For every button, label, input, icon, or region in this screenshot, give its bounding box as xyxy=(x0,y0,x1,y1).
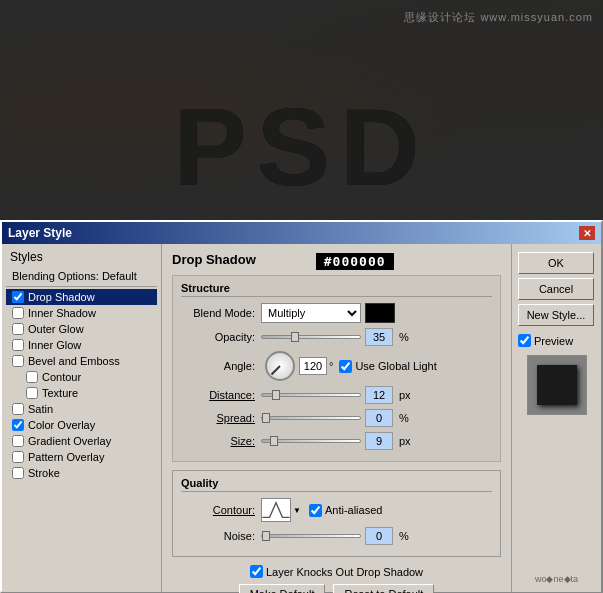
angle-label: Angle: xyxy=(181,360,261,372)
preview-checkbox[interactable] xyxy=(518,334,531,347)
inner-shadow-label: Inner Shadow xyxy=(28,307,96,319)
angle-line xyxy=(271,365,281,375)
knockout-checkbox[interactable] xyxy=(250,565,263,578)
spread-slider-container: 0 % xyxy=(261,409,409,427)
inner-glow-label: Inner Glow xyxy=(28,339,81,351)
preview-inner xyxy=(537,365,577,405)
styles-divider xyxy=(6,286,157,287)
color-hex-badge: #000000 xyxy=(316,253,394,270)
noise-slider-track[interactable] xyxy=(261,534,361,538)
angle-value-input[interactable] xyxy=(299,357,327,375)
style-item-inner-glow[interactable]: Inner Glow xyxy=(6,337,157,353)
inner-glow-checkbox[interactable] xyxy=(12,339,24,351)
global-light-checkbox[interactable] xyxy=(339,360,352,373)
title-bar: Layer Style ✕ xyxy=(2,222,601,244)
satin-label: Satin xyxy=(28,403,53,415)
bevel-emboss-checkbox[interactable] xyxy=(12,355,24,367)
global-light-text: Use Global Light xyxy=(355,360,436,372)
size-unit: px xyxy=(399,435,411,447)
contour-preview[interactable] xyxy=(261,498,291,522)
inner-shadow-checkbox[interactable] xyxy=(12,307,24,319)
opacity-slider-container: 35 % xyxy=(261,328,409,346)
style-item-gradient-overlay[interactable]: Gradient Overlay xyxy=(6,433,157,449)
stroke-checkbox[interactable] xyxy=(12,467,24,479)
distance-slider-container: 12 px xyxy=(261,386,411,404)
angle-dial[interactable] xyxy=(265,351,295,381)
distance-slider-track[interactable] xyxy=(261,393,361,397)
style-item-color-overlay[interactable]: Color Overlay xyxy=(6,417,157,433)
cancel-button[interactable]: Cancel xyxy=(518,278,594,300)
drop-shadow-checkbox[interactable] xyxy=(12,291,24,303)
structure-title: Structure xyxy=(181,282,492,297)
distance-row: Distance: 12 px xyxy=(181,386,492,404)
spread-slider-track[interactable] xyxy=(261,416,361,420)
noise-value[interactable]: 0 xyxy=(365,527,393,545)
close-button[interactable]: ✕ xyxy=(579,226,595,240)
contour-label: Contour xyxy=(42,371,81,383)
contour-checkbox[interactable] xyxy=(26,371,38,383)
contour-dropdown-arrow[interactable]: ▼ xyxy=(293,506,301,515)
opacity-row: Opacity: 35 % xyxy=(181,328,492,346)
style-item-inner-shadow[interactable]: Inner Shadow xyxy=(6,305,157,321)
outer-glow-checkbox[interactable] xyxy=(12,323,24,335)
opacity-slider-thumb[interactable] xyxy=(291,332,299,342)
style-item-satin[interactable]: Satin xyxy=(6,401,157,417)
noise-unit: % xyxy=(399,530,409,542)
satin-checkbox[interactable] xyxy=(12,403,24,415)
reset-default-button[interactable]: Reset to Default xyxy=(333,584,434,593)
style-item-drop-shadow[interactable]: Drop Shadow xyxy=(6,289,157,305)
noise-label: Noise: xyxy=(181,530,261,542)
anti-aliased-checkbox[interactable] xyxy=(309,504,322,517)
contour-row: Contour: ▼ Anti-aliased xyxy=(181,498,492,522)
style-item-stroke[interactable]: Stroke xyxy=(6,465,157,481)
spread-slider-thumb[interactable] xyxy=(262,413,270,423)
style-item-contour[interactable]: Contour xyxy=(6,369,157,385)
noise-slider-thumb[interactable] xyxy=(262,531,270,541)
ok-button[interactable]: OK xyxy=(518,252,594,274)
spread-value[interactable]: 0 xyxy=(365,409,393,427)
spread-row: Spread: 0 % xyxy=(181,409,492,427)
make-default-button[interactable]: Make Default xyxy=(239,584,326,593)
anti-aliased-label[interactable]: Anti-aliased xyxy=(309,504,382,517)
dialog-title: Layer Style xyxy=(8,226,72,240)
style-item-outer-glow[interactable]: Outer Glow xyxy=(6,321,157,337)
distance-value[interactable]: 12 xyxy=(365,386,393,404)
blending-options-label: Blending Options: Default xyxy=(12,270,137,282)
anti-aliased-text: Anti-aliased xyxy=(325,504,382,516)
distance-slider-thumb[interactable] xyxy=(272,390,280,400)
spread-label: Spread: xyxy=(181,412,261,424)
blending-options-item[interactable]: Blending Options: Default xyxy=(6,268,157,284)
default-buttons: Make Default Reset to Default xyxy=(172,584,501,593)
new-style-button[interactable]: New Style... xyxy=(518,304,594,326)
canvas-area: 思缘设计论坛 www.missyuan.com PSD xyxy=(0,0,603,220)
distance-unit: px xyxy=(399,389,411,401)
styles-panel: Styles Blending Options: Default Drop Sh… xyxy=(2,244,162,592)
preview-label[interactable]: Preview xyxy=(518,334,595,347)
pattern-overlay-label: Pattern Overlay xyxy=(28,451,104,463)
noise-slider-container: 0 % xyxy=(261,527,409,545)
size-row: Size: 9 px xyxy=(181,432,492,450)
opacity-value[interactable]: 35 xyxy=(365,328,393,346)
styles-header[interactable]: Styles xyxy=(6,248,157,266)
style-item-pattern-overlay[interactable]: Pattern Overlay xyxy=(6,449,157,465)
drop-shadow-label: Drop Shadow xyxy=(28,291,95,303)
color-overlay-checkbox[interactable] xyxy=(12,419,24,431)
pattern-overlay-checkbox[interactable] xyxy=(12,451,24,463)
texture-checkbox[interactable] xyxy=(26,387,38,399)
size-slider-track[interactable] xyxy=(261,439,361,443)
style-item-texture[interactable]: Texture xyxy=(6,385,157,401)
opacity-slider-track[interactable] xyxy=(261,335,361,339)
style-item-bevel-emboss[interactable]: Bevel and Emboss xyxy=(6,353,157,369)
outer-glow-label: Outer Glow xyxy=(28,323,84,335)
blend-color-swatch[interactable] xyxy=(365,303,395,323)
gradient-overlay-checkbox[interactable] xyxy=(12,435,24,447)
distance-label: Distance: xyxy=(181,389,261,401)
stroke-label: Stroke xyxy=(28,467,60,479)
blend-mode-select[interactable]: Multiply Normal Screen Overlay xyxy=(261,303,361,323)
size-label: Size: xyxy=(181,435,261,447)
size-slider-thumb[interactable] xyxy=(270,436,278,446)
layer-style-dialog: Layer Style ✕ Styles Blending Options: D… xyxy=(0,220,603,593)
knockout-label[interactable]: Layer Knocks Out Drop Shadow xyxy=(250,565,423,578)
global-light-label[interactable]: Use Global Light xyxy=(339,360,436,373)
size-value[interactable]: 9 xyxy=(365,432,393,450)
